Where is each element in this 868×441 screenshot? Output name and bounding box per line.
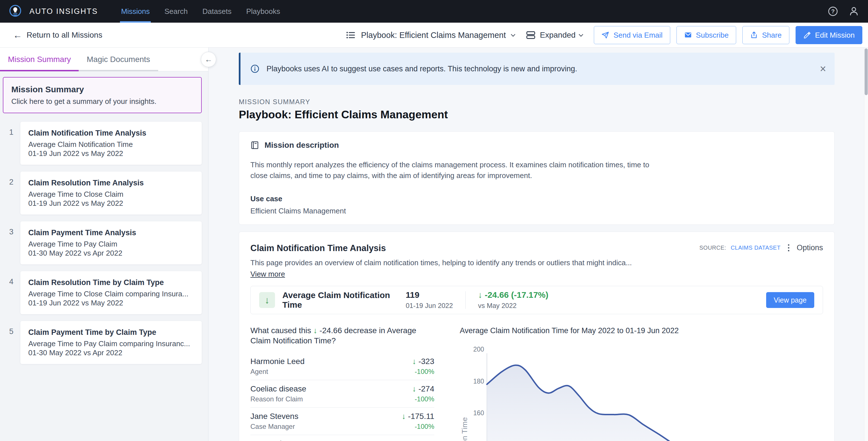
chart-panel: Average Claim Notification Time for May … [460, 325, 836, 441]
scrollbar-thumb[interactable] [865, 49, 868, 95]
brand: AUTO INSIGHTS [8, 4, 98, 18]
divider [465, 291, 466, 309]
item-metric: Average Claim Notification Time [28, 140, 194, 149]
contributor-name: Jane Stevens [250, 412, 402, 421]
source-dataset-link[interactable]: CLAIMS DATASET [731, 244, 781, 251]
source-label: SOURCE: [700, 244, 726, 251]
contributor-name: Harmonie Leed [250, 357, 412, 366]
y-axis-label: Claim Notification Time [460, 417, 469, 441]
pencil-icon [803, 31, 811, 39]
user-icon[interactable] [848, 6, 860, 17]
item-title: Claim Notification Time Analysis [28, 128, 194, 138]
kpi-value-period: 01-19 Jun 2022 [406, 301, 453, 310]
page-title: Playbook: Efficient Claims Management [239, 108, 835, 121]
edit-mission-button[interactable]: Edit Mission [796, 26, 862, 44]
sidebar-collapse-button[interactable]: ← [201, 52, 216, 67]
item-number: 1 [6, 128, 17, 137]
contributor-pct: -100% [412, 395, 434, 403]
analysis-title: Claim Notification Time Analysis [250, 243, 386, 253]
auto-insights-logo-icon [8, 4, 22, 18]
ai-info-banner: Playbooks uses AI to suggest use cases a… [239, 53, 835, 85]
item-number: 5 [6, 327, 17, 336]
y-tick: 200 [473, 346, 484, 353]
tab-mission-summary[interactable]: Mission Summary [0, 48, 79, 71]
nav-item-search[interactable]: Search [157, 0, 195, 23]
item-period: 01-30 May 2022 vs Apr 2022 [28, 348, 194, 357]
table-row[interactable]: New York ↓ -161.64 [250, 435, 434, 441]
view-more-link[interactable]: View more [250, 270, 285, 278]
sidebar-content: Mission Summary Click here to get a summ… [0, 71, 208, 364]
down-arrow-icon: ↓ [478, 290, 483, 299]
list-item[interactable]: 1 Claim Notification Time Analysis Avera… [20, 122, 202, 165]
mission-summary-card-subtitle: Click here to get a summary of your insi… [11, 97, 193, 106]
view-mode-label: Expanded [540, 31, 576, 40]
playbook-selector[interactable]: Playbook: Efficient Claims Management [346, 23, 515, 48]
table-row[interactable]: Harmonie Leed Agent ↓ -323 -100% [250, 353, 434, 380]
chart-title: Average Claim Notification Time for May … [460, 325, 836, 336]
list-icon [346, 30, 355, 40]
top-navbar: AUTO INSIGHTS Missions Search Datasets P… [0, 0, 868, 23]
help-icon[interactable]: ? [827, 6, 839, 17]
nav-item-datasets[interactable]: Datasets [195, 0, 239, 23]
down-arrow-icon: ↓ [402, 412, 406, 421]
subscribe-button[interactable]: Subscribe [677, 26, 737, 44]
item-title: Claim Resolution Time by Claim Type [28, 278, 194, 287]
share-icon [750, 31, 758, 39]
table-row[interactable]: Coeliac disease Reason for Claim ↓ -274 … [250, 380, 434, 408]
share-button[interactable]: Share [742, 26, 789, 44]
toolbar: ← Return to all Missions Playbook: Effic… [0, 23, 868, 48]
item-period: 01-19 Jun 2022 vs May 2022 [28, 199, 194, 208]
layout-icon [526, 31, 536, 39]
area-chart: 200 180 160 140 Claim Notification Time [460, 337, 836, 441]
description-body: This monthly report analyzes the efficie… [250, 159, 666, 181]
use-case-label: Use case [250, 195, 823, 203]
item-period: 01-30 May 2022 vs Apr 2022 [28, 248, 194, 258]
down-arrow-icon: ↓ [401, 439, 405, 441]
down-arrow-icon: ↓ [412, 357, 416, 366]
sidebar-tabs: Mission Summary Magic Documents [0, 48, 208, 71]
contributor-change: -323 [418, 357, 434, 366]
kpi-change: ↓ -24.66 (-17.17%) [478, 290, 548, 300]
primary-nav: Missions Search Datasets Playbooks [114, 0, 287, 23]
mission-summary-card-title: Mission Summary [11, 84, 193, 94]
analysis-summary: This page provides an overview of claim … [250, 258, 823, 267]
list-item[interactable]: 3 Claim Payment Time Analysis Average Ti… [20, 222, 202, 264]
nav-item-playbooks[interactable]: Playbooks [239, 0, 287, 23]
main-content: Playbooks uses AI to suggest use cases a… [209, 48, 868, 441]
contributor-name: Coeliac disease [250, 384, 412, 394]
kebab-menu-icon[interactable] [785, 243, 792, 253]
view-mode-dropdown[interactable]: Expanded [526, 31, 583, 40]
item-metric: Average Time to Pay Claim [28, 239, 194, 248]
topnav-right: ? [827, 6, 860, 17]
contributor-change: -274 [418, 384, 434, 393]
item-metric: Average Time to Close Claim comparing In… [28, 289, 194, 298]
down-arrow-icon: ↓ [259, 292, 275, 308]
table-row[interactable]: Jane Stevens Case Manager ↓ -175.11 -100… [250, 408, 434, 435]
item-number: 4 [6, 277, 17, 286]
contributor-name: New York [250, 439, 401, 441]
nav-item-missions[interactable]: Missions [114, 0, 157, 23]
back-arrow-icon: ← [13, 31, 22, 40]
contributor-change: -175.11 [408, 412, 434, 421]
item-number: 3 [6, 228, 17, 236]
tab-magic-documents[interactable]: Magic Documents [79, 48, 158, 71]
list-item[interactable]: 5 Claim Payment Time by Claim Type Avera… [20, 321, 202, 364]
toolbar-actions: Expanded Send via Email Subscribe Share [526, 23, 862, 48]
list-item[interactable]: 2 Claim Resolution Time Analysis Average… [20, 172, 202, 214]
back-to-missions-link[interactable]: ← Return to all Missions [13, 23, 102, 48]
options-button[interactable]: Options [797, 243, 823, 252]
scrollbar-track[interactable] [864, 48, 868, 441]
close-icon[interactable]: × [820, 63, 826, 74]
mission-summary-card[interactable]: Mission Summary Click here to get a summ… [3, 77, 202, 113]
view-page-button[interactable]: View page [766, 292, 814, 308]
email-icon [684, 31, 692, 39]
contributor-dimension: Agent [250, 368, 412, 376]
item-title: Claim Resolution Time Analysis [28, 178, 194, 187]
brand-name: AUTO INSIGHTS [29, 7, 98, 16]
kpi-value: 119 [406, 290, 453, 300]
down-arrow-icon: ↓ [313, 326, 317, 335]
send-icon [601, 31, 610, 39]
send-via-email-button[interactable]: Send via Email [594, 26, 670, 44]
section-label: MISSION SUMMARY [239, 98, 835, 106]
list-item[interactable]: 4 Claim Resolution Time by Claim Type Av… [20, 271, 202, 314]
